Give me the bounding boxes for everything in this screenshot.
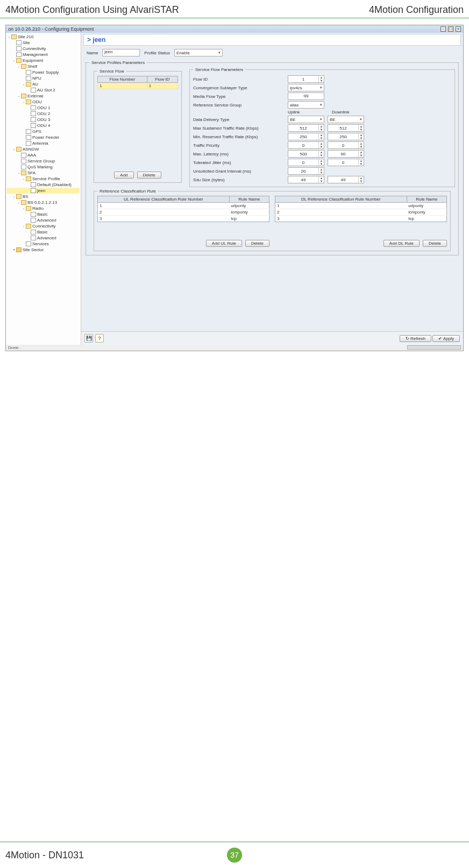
sdu-dl-field[interactable]: 49▲▼ <box>328 176 364 183</box>
tp-ul-field[interactable]: 0▲▼ <box>288 141 324 149</box>
sf-col-flow-number[interactable]: Flow Number <box>98 76 147 83</box>
sf-col-flow-id[interactable]: Flow ID <box>147 76 177 83</box>
tree-node[interactable]: Connectivity <box>7 46 80 52</box>
ddt-dl-select[interactable]: BE <box>328 116 364 123</box>
dl-col-name[interactable]: Rule Name <box>407 196 446 203</box>
cst-select[interactable]: ipv4cs <box>288 84 324 91</box>
tree-node[interactable]: Basic <box>7 211 80 217</box>
tree-node[interactable]: -BS 0.0.2.1.2.13 <box>7 200 80 205</box>
dl-col-num[interactable]: DL Reference Classification Rule Number <box>275 196 407 203</box>
mft-field[interactable]: qq <box>288 93 324 100</box>
ugi-label: Unsolicited Grant Interval (ms) <box>193 169 285 174</box>
tree-node[interactable]: -SFA <box>7 170 80 176</box>
tree-node[interactable]: -Shelf <box>7 63 80 69</box>
add-button[interactable]: Add <box>114 172 133 179</box>
tree-node[interactable]: -Equipment <box>7 58 80 63</box>
sdu-ul-field[interactable]: 49▲▼ <box>288 176 324 183</box>
mstr-ul-field[interactable]: 512▲▼ <box>288 124 324 132</box>
tree-node[interactable]: +Site Sector <box>7 247 80 253</box>
help-icon[interactable]: ? <box>95 334 104 343</box>
tj-dl-field[interactable]: 0▲▼ <box>328 159 364 166</box>
tree-node[interactable]: -Connectivity <box>7 223 80 229</box>
service-flow: Service Flow Flow Number Flow ID 1 1 <box>94 69 182 183</box>
tree-node[interactable]: QoS Marking <box>7 164 80 170</box>
add-dl-rule-button[interactable]: Add DL Rule <box>383 240 420 247</box>
tree-node[interactable]: Default (Disabled) <box>7 182 80 188</box>
mrtr-dl-field[interactable]: 250▲▼ <box>328 133 364 140</box>
refresh-button[interactable]: ↻ Refresh <box>400 335 431 342</box>
mstr-dl-field[interactable]: 512▲▼ <box>328 124 364 132</box>
tree-node[interactable]: ODU 1 <box>7 105 80 111</box>
table-row[interactable]: 2icmponly <box>98 209 269 216</box>
breadcrumb: > jeen <box>83 34 461 46</box>
tree-node[interactable]: Advanced <box>7 235 80 241</box>
sdu-label: Sdu Size (bytes) <box>193 177 285 182</box>
rsg-select[interactable]: alias <box>288 101 324 109</box>
apply-button[interactable]: ✔ Apply <box>432 335 460 342</box>
rcr-legend: Reference Classification Rule <box>97 189 158 194</box>
table-row[interactable]: 3tcp <box>98 216 269 222</box>
save-icon[interactable]: 💾 <box>84 334 93 343</box>
ml-ul-field[interactable]: 500▲▼ <box>288 150 324 158</box>
tree-node[interactable]: -ASNGW <box>7 146 80 152</box>
service-profiles-parameters: Service Profiles Parameters Service Flow… <box>86 60 459 255</box>
tree-node[interactable]: Antenna <box>7 140 80 146</box>
ddt-ul-select[interactable]: BE <box>288 116 324 123</box>
uplink-header: Uplink <box>288 110 326 115</box>
table-row[interactable]: 2icmponly <box>275 209 447 216</box>
tree-node[interactable]: Management <box>7 52 80 58</box>
ml-label: Max. Latency (ms) <box>193 152 285 156</box>
delete-dl-button[interactable]: Delete <box>423 240 447 247</box>
tp-dl-field[interactable]: 0▲▼ <box>328 141 364 149</box>
ul-col-num[interactable]: UL Reference Classification Rule Number <box>98 196 230 203</box>
downlink-header: Downlink <box>332 110 371 115</box>
rsg-label: Reference Service Group <box>193 103 285 108</box>
tree-node[interactable]: Site <box>7 40 80 46</box>
delete-ul-button[interactable]: Delete <box>245 240 269 247</box>
close-icon[interactable]: × <box>456 26 461 32</box>
table-row[interactable]: 1 1 <box>98 83 178 89</box>
ul-rules-table: UL Reference Classification Rule Number … <box>97 196 269 222</box>
minimize-icon[interactable]: - <box>440 26 446 32</box>
tree-node[interactable]: -Site 210 <box>7 34 80 40</box>
profile-status-label: Profile Status <box>144 51 170 55</box>
tree-node[interactable]: ODU 2 <box>7 111 80 117</box>
tree-node[interactable]: ODU 4 <box>7 123 80 129</box>
tree-node[interactable]: Basic <box>7 229 80 235</box>
flow-id-field[interactable]: 1▲▼ <box>288 75 324 83</box>
profile-status-select[interactable]: Enable <box>174 49 223 56</box>
delete-button[interactable]: Delete <box>137 172 161 179</box>
tree-node[interactable]: Service Group <box>7 158 80 164</box>
tree-node[interactable]: AU Slot 2 <box>7 87 80 93</box>
ul-col-name[interactable]: Rule Name <box>229 196 269 203</box>
tree-node[interactable]: GPS <box>7 129 80 134</box>
sfp-legend: Service Flow Parameters <box>193 67 245 72</box>
tree-node[interactable]: -Service Profile <box>7 176 80 182</box>
ml-dl-field[interactable]: 90▲▼ <box>328 150 364 158</box>
page-header-left: 4Motion Configuration Using AlvariSTAR <box>5 4 179 16</box>
table-row[interactable]: 1udponly <box>275 203 447 209</box>
mrtr-ul-field[interactable]: 250▲▼ <box>288 133 324 140</box>
tj-ul-field[interactable]: 0▲▼ <box>288 159 324 166</box>
tree-node[interactable]: Power Feeder <box>7 134 80 140</box>
tree-node[interactable]: Advanced <box>7 217 80 223</box>
tree-node[interactable]: -AU <box>7 81 80 87</box>
ugi-ul-field[interactable]: 20▲▼ <box>288 167 324 175</box>
tree-node[interactable]: -ODU <box>7 99 80 105</box>
tree-node[interactable]: AAA <box>7 152 80 158</box>
tree-node[interactable]: -BS <box>7 194 80 200</box>
service-flow-table: Flow Number Flow ID 1 1 <box>97 76 178 89</box>
tree-node[interactable]: Services <box>7 241 80 247</box>
name-field[interactable]: jeen <box>102 49 140 56</box>
table-row[interactable]: 3tcp <box>275 216 447 222</box>
mft-label: Media Flow Type <box>193 94 285 99</box>
tree-node[interactable]: -Radio <box>7 205 80 211</box>
tree-node[interactable]: ODU 3 <box>7 117 80 123</box>
add-ul-rule-button[interactable]: Add UL Rule <box>206 240 242 247</box>
table-row[interactable]: 1udponly <box>98 203 269 209</box>
tree-node[interactable]: -External <box>7 93 80 99</box>
tree-node[interactable]: Power Supply <box>7 69 80 75</box>
tree-node[interactable]: NPU <box>7 75 80 81</box>
maximize-icon[interactable]: □ <box>448 26 453 32</box>
tree-node[interactable]: jeen <box>7 188 80 194</box>
